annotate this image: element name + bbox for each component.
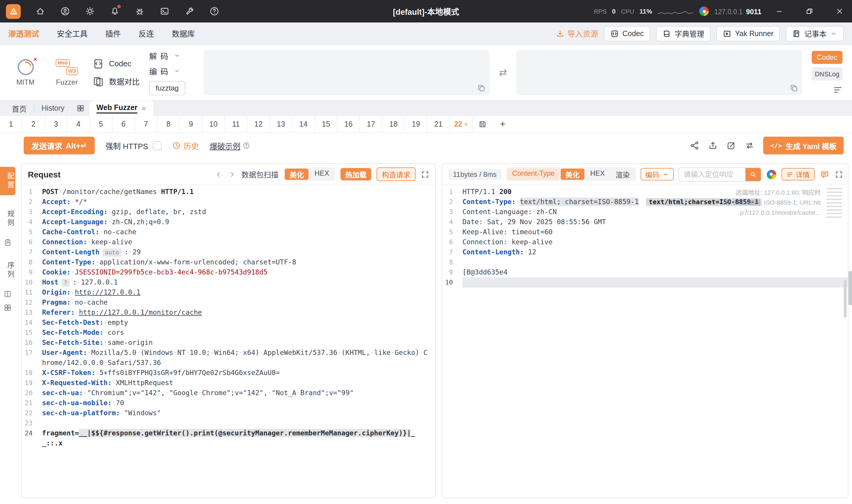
blasting-example-link[interactable]: 爆破示例 — [210, 140, 250, 151]
maximize-button[interactable] — [797, 0, 822, 22]
dictionary-manager-button[interactable]: 字典管理 — [656, 26, 711, 41]
swap-panels-icon[interactable] — [745, 141, 754, 150]
generate-yaml-button[interactable]: </> 生成 Yaml 模板 — [763, 137, 844, 155]
edit-icon[interactable] — [727, 141, 736, 150]
copy-icon[interactable] — [477, 84, 486, 92]
decode-dropdown[interactable]: 解码 — [149, 50, 180, 61]
panel-splitter[interactable] — [436, 163, 442, 498]
fuzzer-tab-8[interactable]: 8 — [157, 116, 180, 132]
codec-mode-button[interactable]: Codec — [812, 51, 842, 64]
menu-reverse-connection[interactable]: 反连 — [139, 28, 154, 39]
dnslog-mode-button[interactable]: DNSLog — [812, 67, 842, 80]
fuzzer-tab-15[interactable]: 15 — [315, 116, 337, 132]
response-editor[interactable]: 1HTTP/1.1·2002Content-Type:·text/html;·c… — [442, 185, 848, 498]
yak-runner-button[interactable]: Yak Runner — [717, 26, 780, 41]
fuzzer-tab-14[interactable]: 14 — [293, 116, 315, 132]
fuzzer-tab-1[interactable]: 1 — [0, 116, 22, 132]
beautify-toggle[interactable]: 美化 — [285, 168, 309, 180]
notifications-bell-icon[interactable] — [108, 5, 121, 18]
tab-web-fuzzer[interactable]: Web Fuzzer × — [89, 101, 153, 116]
fuzzer-tab-4[interactable]: 4 — [68, 116, 90, 132]
fuzzer-tab-18[interactable]: 18 — [382, 116, 405, 132]
fuzztag-button[interactable]: fuzztag — [149, 81, 185, 95]
search-button[interactable] — [745, 168, 761, 181]
engine-status-icon[interactable] — [699, 6, 709, 16]
codec-shortcut[interactable]: Codec — [92, 58, 140, 70]
content-type-tag[interactable]: Content-Type — [507, 168, 559, 180]
send-request-button[interactable]: 发送请求 Alt+↵ — [24, 137, 95, 155]
import-resource-link[interactable]: 导入资源 — [556, 28, 598, 39]
encode-dropdown[interactable]: 编码 — [149, 65, 180, 77]
codec-output-textarea[interactable] — [516, 50, 802, 95]
fuzzer-tab-10[interactable]: 10 — [203, 116, 225, 132]
fullscreen-icon[interactable] — [835, 170, 843, 178]
fuzzer-tab-6[interactable]: 6 — [112, 116, 135, 132]
settings-gear-icon[interactable] — [84, 5, 97, 18]
fuzzer-shortcut[interactable]: Web WS Fuzzer — [51, 59, 83, 86]
beautify-toggle[interactable]: 美化 — [561, 168, 585, 180]
layout-grid-icon[interactable] — [3, 304, 12, 312]
hex-toggle[interactable]: HEX — [586, 168, 610, 180]
debug-bug-icon[interactable] — [133, 5, 146, 18]
menu-database[interactable]: 数据库 — [172, 28, 195, 39]
fuzzer-tab-12[interactable]: 12 — [247, 116, 270, 132]
close-tab-icon[interactable]: × — [141, 104, 146, 113]
swap-io-icon[interactable]: ⇄ — [499, 67, 507, 78]
fuzzer-tab-2[interactable]: 2 — [22, 116, 45, 132]
fuzzer-tab-7[interactable]: 7 — [135, 116, 157, 132]
user-avatar-icon[interactable] — [58, 5, 72, 18]
data-compare-shortcut[interactable]: 数据对比 — [92, 75, 140, 87]
hotload-button[interactable]: 热加载 — [341, 168, 371, 180]
share-icon[interactable] — [690, 141, 699, 150]
scrollbar-thumb[interactable] — [844, 280, 847, 318]
export-icon[interactable] — [708, 141, 718, 150]
encoding-dropdown[interactable]: 编码 — [640, 168, 674, 180]
tab-history[interactable]: History — [34, 101, 72, 116]
home-icon[interactable] — [34, 5, 47, 18]
fuzzer-tab-19[interactable]: 19 — [405, 116, 428, 132]
sidebar-tab-config[interactable]: 配置 — [0, 167, 15, 195]
sort-lines-icon[interactable] — [833, 85, 842, 94]
fuzzer-tab-3[interactable]: 3 — [45, 116, 68, 132]
search-response-input[interactable] — [679, 168, 745, 181]
sidebar-tab-rules[interactable]: 规则 — [0, 205, 15, 233]
fuzzer-tab-17[interactable]: 17 — [360, 116, 382, 132]
fuzzer-tab-22[interactable]: 22× — [450, 116, 472, 132]
columns-icon[interactable] — [3, 290, 12, 298]
clipboard-icon[interactable] — [3, 238, 12, 247]
detail-button[interactable]: 详情 — [781, 168, 814, 180]
codec-tool-button[interactable]: Codec — [604, 26, 650, 41]
history-button[interactable]: 历史 — [172, 140, 199, 151]
tab-grid-icon[interactable] — [72, 101, 89, 116]
add-fuzzer-tab-button[interactable]: + — [492, 116, 513, 132]
help-icon[interactable] — [208, 5, 221, 18]
yakit-logo[interactable] — [6, 4, 21, 19]
force-https-checkbox[interactable] — [153, 141, 162, 150]
menu-penetration-test[interactable]: 渗透测试 — [8, 28, 39, 39]
menu-plugins[interactable]: 插件 — [105, 28, 121, 39]
mitm-shortcut[interactable]: × MITM — [10, 59, 41, 86]
comment-icon[interactable] — [820, 169, 829, 179]
hex-toggle[interactable]: HEX — [310, 168, 334, 180]
save-group-icon[interactable] — [472, 116, 492, 132]
tools-wrench-icon[interactable] — [183, 5, 196, 18]
open-in-browser-icon[interactable] — [766, 169, 776, 179]
fuzzer-tab-5[interactable]: 5 — [90, 116, 112, 132]
notepad-button[interactable]: 记事本 — [786, 26, 844, 41]
codec-input-textarea[interactable] — [204, 50, 490, 95]
fuzzer-tab-13[interactable]: 13 — [270, 116, 293, 132]
menu-security-tools[interactable]: 安全工具 — [57, 28, 88, 39]
fullscreen-icon[interactable] — [421, 170, 429, 178]
tab-home[interactable]: 首页 — [5, 101, 34, 116]
minimize-button[interactable] — [767, 0, 792, 22]
construct-request-button[interactable]: 构造请求 — [377, 167, 416, 181]
prev-packet-icon[interactable] — [214, 170, 223, 178]
next-packet-icon[interactable] — [228, 170, 236, 178]
render-toggle[interactable]: 渲染 — [611, 168, 634, 180]
sidebar-tab-sequence[interactable]: 序列 — [0, 256, 15, 285]
fuzzer-tab-11[interactable]: 11 — [225, 116, 247, 132]
close-button[interactable] — [827, 0, 852, 22]
copy-icon[interactable] — [790, 84, 798, 92]
fuzzer-tab-16[interactable]: 16 — [337, 116, 360, 132]
terminal-icon[interactable] — [158, 5, 171, 18]
